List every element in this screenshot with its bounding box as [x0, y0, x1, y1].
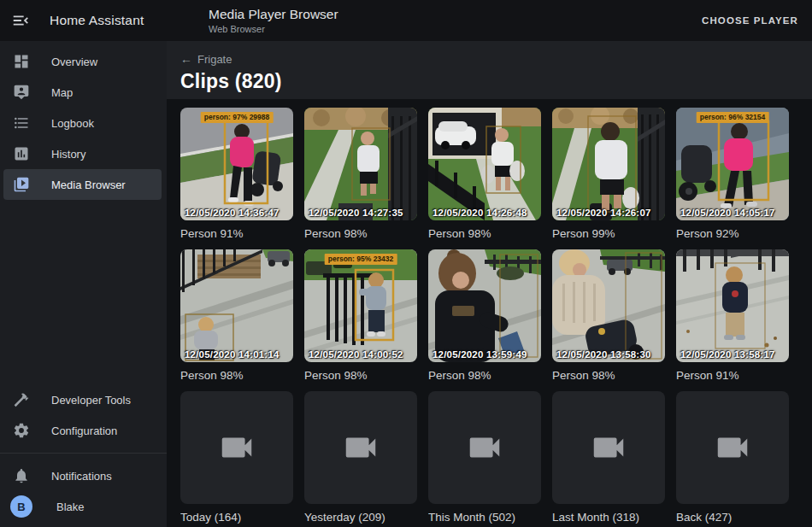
folder-thumbnail	[552, 391, 665, 504]
clip-card[interactable]: person: 95% 2343212/05/2020 14:00:52Pers…	[304, 249, 417, 382]
back-link-frigate[interactable]: ← Frigate	[180, 52, 232, 66]
clip-timestamp: 12/05/2020 13:58:30	[556, 349, 651, 360]
clip-thumbnail-toddler-navy-sweater: 12/05/2020 13:58:17	[676, 249, 789, 362]
folder-card-this-month-[interactable]: This Month (502)	[428, 391, 541, 524]
clip-scene-pink-jacket-stroller-road	[676, 108, 789, 220]
detection-label: person: 96% 32154	[697, 112, 769, 123]
clip-card[interactable]: 12/05/2020 14:26:07Person 99%	[552, 108, 665, 240]
sidebar-item-user[interactable]: B Blake	[0, 491, 167, 522]
clip-card[interactable]: person: 96% 3215412/05/2020 14:05:17Pers…	[676, 108, 789, 240]
view-dashboard-icon	[13, 53, 30, 70]
clip-thumbnail-woman-beige-sweater: 12/05/2020 13:58:30	[552, 249, 665, 362]
folder-card-today-[interactable]: Today (164)	[180, 391, 293, 524]
folder-thumbnail	[428, 391, 541, 504]
video-camera-icon	[465, 428, 504, 467]
folder-card-yesterday-[interactable]: Yesterday (209)	[304, 391, 417, 524]
sidebar-item-developer-tools[interactable]: Developer Tools	[0, 384, 167, 415]
user-avatar: B	[10, 495, 32, 518]
clip-caption: Person 98%	[428, 227, 541, 240]
play-box-multiple-icon	[13, 176, 30, 193]
clip-timestamp: 12/05/2020 14:00:52	[309, 349, 403, 360]
clip-card[interactable]: 12/05/2020 13:58:30Person 98%	[552, 249, 665, 382]
clip-card[interactable]: 12/05/2020 14:27:35Person 98%	[304, 108, 417, 240]
folder-caption: Back (427)	[676, 511, 789, 524]
video-camera-icon	[713, 428, 752, 467]
sidebar-item-notifications[interactable]: Notifications	[0, 460, 167, 491]
detection-label: person: 97% 29988	[201, 112, 274, 123]
clip-card[interactable]: 12/05/2020 13:59:49Person 98%	[428, 249, 541, 382]
bell-icon	[13, 467, 30, 484]
folder-card-back-[interactable]: Back (427)	[676, 391, 789, 524]
clip-thumbnail-pink-jacket-stroller-road: person: 96% 3215412/05/2020 14:05:17	[676, 108, 789, 220]
sidebar-item-logbook[interactable]: Logbook	[0, 108, 167, 138]
clip-scene-toddler-courtyard	[180, 249, 293, 362]
clip-timestamp: 12/05/2020 14:01:14	[185, 349, 279, 360]
app-title: Home Assistant	[50, 13, 144, 28]
choose-player-button[interactable]: CHOOSE PLAYER	[702, 15, 798, 26]
video-camera-icon	[589, 428, 628, 467]
sidebar-item-history[interactable]: History	[0, 138, 167, 169]
clip-card[interactable]: person: 97% 2998812/05/2020 14:36:47Pers…	[180, 108, 293, 240]
clip-caption: Person 99%	[552, 227, 665, 240]
clip-thumbnail-pink-jacket-stroller-street: person: 97% 2998812/05/2020 14:36:47	[180, 108, 293, 220]
clip-caption: Person 91%	[676, 369, 789, 382]
clip-caption: Person 91%	[180, 227, 293, 240]
back-link-label: Frigate	[197, 53, 232, 66]
clip-scene-woman-black-hoodie	[428, 249, 541, 362]
sidebar-item-map[interactable]: Map	[0, 77, 167, 108]
sidebar-item-overview[interactable]: Overview	[0, 46, 167, 77]
clip-card[interactable]: 12/05/2020 14:26:48Person 98%	[428, 108, 541, 240]
gear-icon	[13, 422, 30, 439]
clip-thumbnail-toddler-courtyard: 12/05/2020 14:01:14	[180, 249, 293, 362]
sidebar-item-label: Overview	[51, 56, 97, 68]
clip-card[interactable]: 12/05/2020 13:58:17Person 91%	[676, 249, 789, 382]
sidebar-item-label: Media Browser	[51, 179, 126, 191]
folder-thumbnail	[180, 391, 293, 504]
chart-box-icon	[13, 145, 30, 162]
user-name: Blake	[56, 501, 85, 513]
clip-scene-toddler-at-gate	[304, 249, 417, 362]
clip-scene-toddler-navy-sweater	[676, 249, 789, 362]
menu-open-icon[interactable]	[11, 10, 32, 31]
video-camera-icon	[217, 428, 256, 467]
dialog-title: Media Player Browser	[209, 7, 338, 22]
sidebar-item-label: History	[51, 148, 85, 161]
folder-thumbnail	[676, 391, 789, 504]
clip-thumbnail-woman-black-hoodie: 12/05/2020 13:59:49	[428, 249, 541, 362]
clip-timestamp: 12/05/2020 14:27:35	[309, 208, 403, 218]
clip-scene-man-white-shirt-back	[552, 108, 665, 220]
list-bulleted-icon	[13, 114, 30, 132]
clip-card[interactable]: 12/05/2020 14:01:14Person 98%	[180, 249, 293, 382]
sidebar-item-configuration[interactable]: Configuration	[0, 415, 167, 446]
top-app-bar: Home Assistant Media Player Browser Web …	[0, 0, 812, 41]
sidebar-footer: Developer ToolsConfiguration Notificatio…	[0, 384, 167, 527]
clip-timestamp: 12/05/2020 13:58:17	[680, 349, 775, 360]
clip-caption: Person 98%	[428, 369, 541, 382]
hammer-icon	[13, 391, 30, 408]
back-arrow-icon: ←	[180, 52, 192, 66]
content-header: ← Frigate Clips (820)	[167, 41, 812, 99]
clip-caption: Person 92%	[676, 227, 789, 240]
sidebar-item-media-browser[interactable]: Media Browser	[3, 169, 162, 200]
topbar-left: Home Assistant	[0, 10, 167, 31]
sidebar: OverviewMapLogbookHistoryMedia Browser D…	[0, 41, 167, 527]
clip-caption: Person 98%	[180, 369, 293, 382]
dialog-subtitle: Web Browser	[209, 24, 338, 35]
clip-thumbnail-toddler-at-gate: person: 95% 2343212/05/2020 14:00:52	[304, 249, 417, 362]
clip-scene-woman-beige-sweater	[552, 249, 665, 362]
folder-card-last-month-[interactable]: Last Month (318)	[552, 391, 665, 524]
map-person-bubble-icon	[13, 84, 30, 101]
clip-thumbnail-man-garage-trash: 12/05/2020 14:26:48	[428, 108, 541, 220]
clip-thumbnail-man-white-shirt-back: 12/05/2020 14:26:07	[552, 108, 665, 220]
notifications-label: Notifications	[51, 470, 112, 483]
clip-timestamp: 12/05/2020 14:36:47	[185, 208, 279, 218]
sidebar-item-label: Logbook	[51, 117, 94, 130]
clip-timestamp: 12/05/2020 14:05:17	[680, 208, 775, 218]
content-area: ← Frigate Clips (820) person: 97% 299881…	[167, 41, 812, 527]
sidebar-item-label: Map	[51, 86, 73, 99]
sidebar-divider	[0, 453, 167, 454]
clip-timestamp: 12/05/2020 14:26:07	[556, 208, 651, 218]
folder-caption: Yesterday (209)	[304, 511, 417, 524]
clip-scene-pink-jacket-stroller-street	[180, 108, 293, 220]
clip-caption: Person 98%	[552, 369, 665, 382]
